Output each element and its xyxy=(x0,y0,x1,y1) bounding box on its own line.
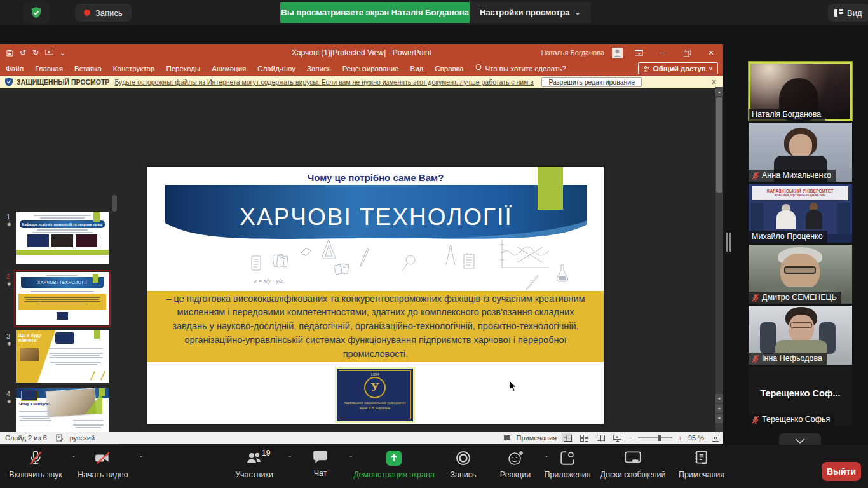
ribbon-tab-bar: Файл Главная Вставка Конструктор Переход… xyxy=(0,61,723,76)
zoom-level[interactable]: 95 % xyxy=(688,434,704,442)
annotations-button[interactable]: Примечания xyxy=(668,450,735,479)
video-tile-inna[interactable]: Інна Нефьодова xyxy=(749,306,852,365)
ppt-title-bar[interactable]: ↺ ↻ ⌄ Харчові (1)[Protected View] - Powe… xyxy=(0,44,723,61)
leave-button[interactable]: Выйти xyxy=(822,462,861,481)
tab-view[interactable]: Вид xyxy=(405,61,430,76)
recording-indicator[interactable]: Запись xyxy=(75,4,132,22)
tell-me-box[interactable]: Что вы хотите сделать? xyxy=(475,64,566,72)
redo-icon[interactable]: ↻ xyxy=(32,48,39,57)
notes-toggle-label[interactable]: Примечания xyxy=(517,434,557,442)
view-button[interactable]: Вид xyxy=(828,4,868,22)
ribbon-display-options-icon[interactable] xyxy=(630,46,647,60)
view-normal-icon[interactable] xyxy=(562,433,573,442)
lime-sticky-accent xyxy=(538,167,563,210)
video-options-chevron[interactable]: ⌃ xyxy=(139,455,144,462)
video-tile-dmytro[interactable]: Дмитро СЕМЕНЕЦЬ xyxy=(749,245,852,304)
mute-button[interactable]: Включить звук xyxy=(5,450,66,479)
thumbnail-slide-1[interactable]: Кафедра освітніх технологій та охорони п… xyxy=(16,212,109,264)
logo-letter: У xyxy=(370,381,379,395)
slide-canvas[interactable]: Чому це потрібно саме Вам? ХАРЧОВІ ТЕХНО… xyxy=(147,167,604,424)
qat-dropdown-icon[interactable]: ⌄ xyxy=(60,50,65,57)
video-tile-natalia[interactable]: Наталія Богданова xyxy=(749,62,852,121)
view-slideshow-icon[interactable] xyxy=(612,433,623,442)
slide-area-scrollbar[interactable]: ▲ ▼ ⏶ ⏷ xyxy=(715,87,723,432)
notes-toggle-icon[interactable] xyxy=(503,435,511,442)
tab-animations[interactable]: Анимация xyxy=(206,61,252,76)
view-settings-button[interactable]: Настройки просмотра ⌄ xyxy=(470,2,591,23)
zoom-in-icon[interactable]: + xyxy=(678,434,682,442)
tab-help[interactable]: Справка xyxy=(429,61,469,76)
account-name[interactable]: Наталья Богданова xyxy=(541,49,604,57)
participants-icon: 19 xyxy=(245,450,263,466)
sketch-pencil-icon xyxy=(357,247,371,268)
tab-home[interactable]: Главная xyxy=(29,61,69,76)
slide-question-header: Чому це потрібно саме Вам? xyxy=(147,172,604,183)
participants-button[interactable]: 19 Участники xyxy=(224,450,285,479)
thumbnail-slide-2-selected[interactable]: ХАРЧОВІ ТЕХНОЛОГІЇ xyxy=(16,272,109,325)
tab-file[interactable]: Файл xyxy=(0,61,29,76)
next-slide-icon[interactable]: ⏷ xyxy=(715,414,723,423)
view-sorter-icon[interactable] xyxy=(579,433,590,442)
enable-editing-button[interactable]: Разрешить редактирование xyxy=(541,77,642,87)
tab-insert[interactable]: Вставка xyxy=(69,61,107,76)
sketch-cards-icon xyxy=(333,261,352,278)
tab-record[interactable]: Запись xyxy=(301,61,337,76)
language-indicator[interactable]: русский xyxy=(70,434,95,442)
security-button[interactable] xyxy=(23,2,50,24)
scroll-down-icon[interactable]: ▼ xyxy=(715,394,723,403)
video-tile-anna[interactable]: Анна Михальченко xyxy=(749,123,852,182)
zoom-slider-thumb[interactable] xyxy=(658,435,661,441)
animation-star-icon: ✱ xyxy=(7,341,11,347)
tab-transitions[interactable]: Переходы xyxy=(160,61,206,76)
tab-design[interactable]: Конструктор xyxy=(107,61,161,76)
undo-icon[interactable]: ↺ xyxy=(20,48,26,57)
participant-name: Дмитро СЕМЕНЕЦЬ xyxy=(762,293,837,302)
start-slideshow-icon[interactable] xyxy=(45,50,53,56)
reactions-button[interactable]: Реакции xyxy=(493,450,538,479)
previous-slide-icon[interactable]: ⏶ xyxy=(715,404,723,413)
participant-name: Михайло Проценко xyxy=(752,232,823,241)
video-tile-mykhailo[interactable]: КАРАЗІНСЬКИЙ УНІВЕРСИТЕТ КЛАСИКА, ЩО ВИП… xyxy=(749,184,852,243)
close-protected-bar-icon[interactable]: ✕ xyxy=(711,78,717,86)
mouse-cursor xyxy=(509,380,517,392)
muted-mic-icon xyxy=(752,294,759,302)
save-icon[interactable] xyxy=(6,50,13,57)
record-dot-icon xyxy=(84,10,90,16)
share-screen-button[interactable]: Демонстрация экрана xyxy=(343,450,445,479)
thumb-number: 3 xyxy=(6,332,10,340)
start-video-button[interactable]: Начать видео xyxy=(70,450,136,479)
chat-button[interactable]: Чат xyxy=(300,450,341,478)
whiteboards-button[interactable]: Доски сообщений xyxy=(592,450,674,479)
scroll-up-icon[interactable]: ▲ xyxy=(715,87,723,96)
panel-drag-handle[interactable] xyxy=(726,233,731,252)
sketch-notebook-icon xyxy=(250,255,262,271)
tab-review[interactable]: Рецензирование xyxy=(337,61,405,76)
apps-button[interactable]: Приложения xyxy=(539,450,596,479)
restore-button[interactable] xyxy=(679,46,695,60)
close-button[interactable]: ✕ xyxy=(703,46,719,60)
thumbnail-slide-3[interactable]: Що я буду вивчати: xyxy=(16,330,109,383)
tab-slideshow[interactable]: Слайд-шоу xyxy=(252,61,301,76)
animation-star-icon: ✱ xyxy=(7,222,11,227)
zoom-out-icon[interactable]: − xyxy=(628,434,632,442)
spellcheck-icon[interactable] xyxy=(56,434,64,442)
participants-options-chevron[interactable]: ⌃ xyxy=(287,455,292,462)
reactions-smiley-icon xyxy=(507,450,524,466)
sketch-pen-icon xyxy=(524,274,540,290)
thumbnail-scrollbar[interactable] xyxy=(112,195,117,212)
fit-to-window-icon[interactable] xyxy=(710,433,721,442)
mic-muted-icon xyxy=(27,450,44,466)
slide-title: ХАРЧОВІ ТЕХНОЛОГІЇ xyxy=(165,204,587,231)
participant-name: Анна Михальченко xyxy=(762,171,831,180)
scrollbar-thumb[interactable] xyxy=(716,97,722,193)
logo-year: 1804 xyxy=(370,372,379,376)
share-button[interactable]: Общий доступ ˅ xyxy=(638,62,718,74)
record-button[interactable]: Запись xyxy=(443,450,484,479)
recording-label: Запись xyxy=(95,8,123,18)
zoom-slider[interactable] xyxy=(638,437,672,438)
slide-title-banner: ХАРЧОВІ ТЕХНОЛОГІЇ xyxy=(165,185,587,246)
video-tile-tereshchenko[interactable]: Терещенко Соф... Терещенко Софья xyxy=(749,367,852,426)
minimize-button[interactable]: ─ xyxy=(654,46,671,60)
view-reading-icon[interactable] xyxy=(595,433,606,442)
avatar[interactable] xyxy=(612,48,623,58)
